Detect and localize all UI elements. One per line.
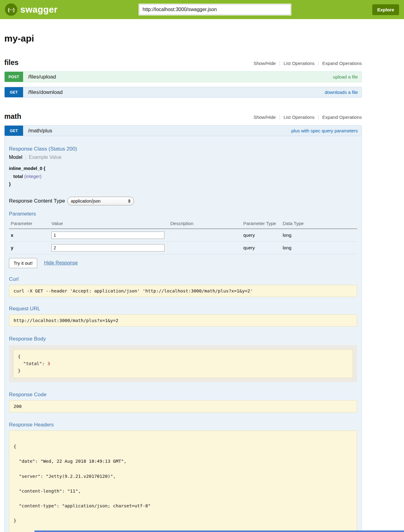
- response-content-type-label: Response Content Type: [9, 198, 65, 204]
- top-bar: {···} swagger Explore: [0, 0, 404, 19]
- tab-model[interactable]: Model: [9, 155, 26, 160]
- param-data-type: long: [281, 229, 357, 242]
- explore-button[interactable]: Explore: [372, 4, 399, 15]
- method-badge-post: POST: [5, 72, 23, 82]
- param-row-x: x query long: [9, 229, 357, 242]
- curl-command: curl -X GET --header 'Accept: applicatio…: [9, 285, 357, 297]
- json-number: 3: [47, 361, 50, 366]
- response-content-type-select[interactable]: application/json: [67, 197, 134, 205]
- model-close: }: [9, 180, 357, 188]
- curl-heading: Curl: [9, 276, 357, 282]
- operation-path[interactable]: /files/upload: [28, 74, 56, 80]
- operation-detail-panel: Response Class (Status 200) Model Exampl…: [4, 136, 362, 532]
- hide-response-link[interactable]: Hide Response: [44, 260, 78, 266]
- page-title: my-api: [4, 33, 362, 44]
- model-property-name: total: [13, 174, 23, 179]
- col-data-type: Data Type: [281, 220, 357, 229]
- operation-summary[interactable]: plus with spec query parameters: [291, 128, 358, 133]
- request-url-heading: Request URL: [9, 306, 357, 312]
- list-operations-link[interactable]: List Operations: [280, 115, 318, 120]
- operation-get-math-plus: GET /math/plus plus with spec query para…: [4, 125, 362, 532]
- param-type: query: [241, 241, 281, 254]
- param-description: [168, 241, 241, 254]
- method-badge-get: GET: [5, 126, 23, 136]
- response-class-heading: Response Class (Status 200): [9, 146, 357, 152]
- request-url-value: http://localhost:3000/math/plus?x=1&y=2: [9, 314, 357, 327]
- show-hide-link[interactable]: Show/Hide: [250, 61, 280, 66]
- operation-row-post-files-upload[interactable]: POST /files/upload upload a file: [4, 71, 362, 82]
- section-math: math Show/Hide List Operations Expand Op…: [4, 112, 362, 532]
- show-hide-link[interactable]: Show/Hide: [250, 115, 280, 120]
- model-property-type: (integer): [24, 174, 42, 179]
- col-description: Description: [168, 220, 241, 229]
- param-row-y: y query long: [9, 241, 357, 254]
- section-controls-math: Show/Hide List Operations Expand Operati…: [250, 115, 362, 120]
- response-code-heading: Response Code: [9, 392, 357, 398]
- brand-title: swagger: [20, 5, 58, 15]
- list-operations-link[interactable]: List Operations: [280, 61, 318, 66]
- section-title-math[interactable]: math: [4, 112, 21, 121]
- param-name: y: [9, 241, 50, 254]
- param-y-input[interactable]: [51, 244, 164, 252]
- col-value: Value: [50, 220, 168, 229]
- parameters-heading: Parameters: [9, 211, 357, 217]
- select-arrows-icon: [128, 199, 131, 203]
- operation-row-get-math-plus[interactable]: GET /math/plus plus with spec query para…: [4, 125, 362, 136]
- try-it-out-button[interactable]: Try it out!: [9, 258, 37, 268]
- response-body-heading: Response Body: [9, 336, 357, 342]
- section-files: files Show/Hide List Operations Expand O…: [4, 58, 362, 98]
- operation-summary[interactable]: upload a file: [333, 74, 358, 79]
- param-x-input[interactable]: [51, 232, 164, 239]
- response-headers-json: { "date": "Wed, 22 Aug 2018 18:49:13 GMT…: [9, 430, 357, 532]
- bottom-accent-bar: [34, 530, 404, 532]
- braces-glyph: {···}: [8, 7, 14, 12]
- response-headers-heading: Response Headers: [9, 422, 357, 428]
- spec-url-input[interactable]: [139, 4, 291, 15]
- parameters-table: Parameter Value Description Parameter Ty…: [9, 220, 357, 254]
- expand-operations-link[interactable]: Expand Operations: [319, 61, 362, 66]
- braces-logo-icon: {···}: [5, 3, 17, 16]
- operation-summary[interactable]: downloads a file: [325, 90, 358, 95]
- operation-row-get-files-download[interactable]: GET /files/download downloads a file: [4, 87, 362, 98]
- col-parameter-type: Parameter Type: [241, 220, 281, 229]
- response-code-value: 200: [9, 400, 357, 413]
- model-signature: inline_model_0 { total (integer) }: [9, 164, 357, 188]
- model-tabs: Model Example Value: [9, 155, 357, 160]
- param-name: x: [9, 229, 50, 242]
- model-open: inline_model_0 {: [9, 164, 357, 172]
- tab-example-value[interactable]: Example Value: [26, 155, 62, 160]
- method-badge-get: GET: [5, 87, 23, 97]
- param-description: [168, 229, 241, 242]
- param-data-type: long: [281, 241, 357, 254]
- response-body-json: { "total": 3 }: [13, 349, 353, 378]
- operation-path[interactable]: /math/plus: [28, 128, 52, 134]
- swagger-brand[interactable]: {···} swagger: [5, 3, 58, 16]
- response-content-type-row: Response Content Type application/json: [9, 197, 357, 205]
- json-key: "total": [23, 361, 42, 366]
- section-controls-files: Show/Hide List Operations Expand Operati…: [250, 61, 362, 66]
- selected-content-type: application/json: [71, 199, 101, 204]
- param-type: query: [241, 229, 281, 242]
- operation-path[interactable]: /files/download: [28, 89, 63, 95]
- response-body-container: { "total": 3 }: [9, 345, 357, 383]
- section-title-files[interactable]: files: [4, 58, 18, 67]
- api-content: my-api files Show/Hide List Operations E…: [4, 33, 362, 532]
- col-parameter: Parameter: [9, 220, 50, 229]
- expand-operations-link[interactable]: Expand Operations: [319, 115, 362, 120]
